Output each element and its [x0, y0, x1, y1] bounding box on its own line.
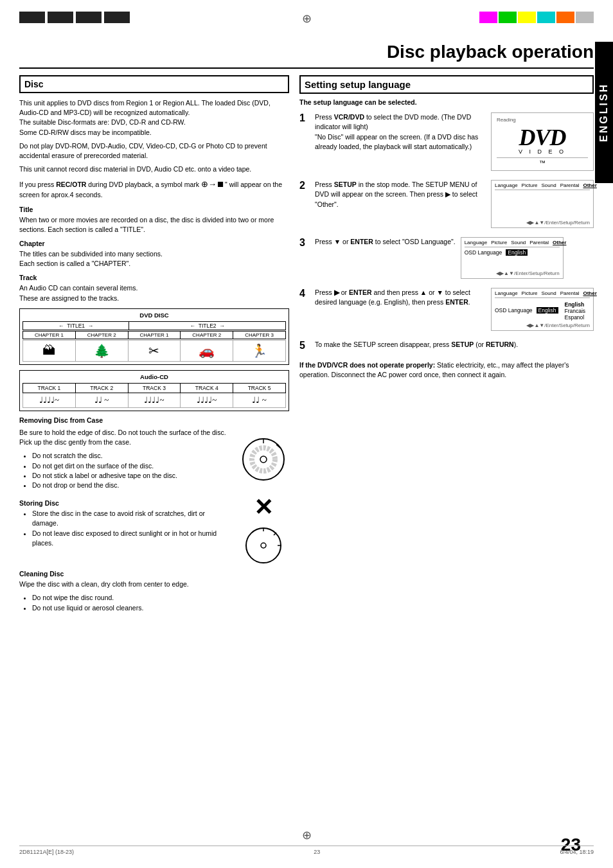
- menu-language-4: Language: [495, 290, 518, 296]
- page-title: Disc playback operation: [19, 42, 594, 69]
- step-2-num: 2: [299, 180, 310, 228]
- color-block-yellow: [518, 12, 536, 23]
- color-block-gray: [576, 12, 594, 23]
- nav-4: ◀▶▲▼/Enter/Setup/Return: [495, 323, 590, 328]
- setup-panel-2: Language Picture Sound Parental Other ◀▶…: [491, 180, 594, 228]
- right-column: Setting setup language The setup languag…: [299, 75, 594, 613]
- cleaning-bullet-1: Do not wipe the disc round.: [32, 593, 289, 603]
- note-2: ♩♩ ~: [76, 393, 129, 407]
- bullet-drop: Do not drop or bend the disc.: [32, 481, 233, 490]
- title-heading: Title: [19, 206, 289, 213]
- title2-label: TITLE2: [199, 323, 217, 329]
- two-col-layout: Disc This unit applies to DVD discs from…: [19, 75, 594, 613]
- osd-label-4: OSD Language: [495, 307, 533, 314]
- svg-point-5: [261, 543, 266, 548]
- removing-heading: Removing Disc from Case: [19, 416, 289, 424]
- disc-intro: This unit applies to DVD discs from Regi…: [19, 98, 289, 137]
- english-text: ENGLISH: [598, 83, 610, 142]
- nav-3: ◀▶▲▼/Enter/Setup/Return: [465, 270, 560, 276]
- left-column: Disc This unit applies to DVD discs from…: [19, 75, 289, 613]
- svg-point-1: [260, 456, 267, 463]
- menu-language-3: Language: [465, 240, 488, 245]
- disc-warning: Do not play DVD-ROM, DVD-Audio, CDV, Vid…: [19, 141, 289, 161]
- menu-other-2: Other: [583, 182, 596, 188]
- setup-panel-3: Language Picture Sound Parental Other OS…: [461, 237, 564, 279]
- step-3-text: Press ▼ or ENTER to select "OSD Language…: [315, 237, 456, 247]
- osd-row-3: OSD Language English: [465, 249, 560, 256]
- menu-parental-3: Parental: [529, 240, 549, 245]
- mark-box-1: [19, 12, 45, 23]
- disc-svg: [241, 437, 286, 482]
- osd-label-3: OSD Language: [465, 249, 502, 256]
- osd-row-4: OSD Language English English Francais Es…: [495, 300, 590, 321]
- color-block-green: [499, 12, 517, 23]
- lang-francais: Francais: [565, 308, 586, 314]
- english-sidebar-label: ENGLISH: [595, 42, 613, 183]
- top-registration-marks: [19, 12, 130, 23]
- footer-left: 2D81121A[E] (18-23): [19, 849, 74, 855]
- step-3-content: Press ▼ or ENTER to select "OSD Language…: [315, 237, 564, 279]
- track-1: TRACK 1: [23, 384, 76, 393]
- track-row: TRACK 1 TRACK 2 TRACK 3 TRACK 4 TRACK 5: [22, 383, 286, 393]
- menu-other-4: Other: [583, 290, 596, 296]
- color-block-magenta: [479, 12, 497, 23]
- step-4-body: Press ▶ or ENTER and then press ▲ or ▼ t…: [315, 288, 486, 331]
- step-3: 3 Press ▼ or ENTER to select "OSD Langua…: [299, 237, 594, 279]
- setup-menu-bar-3: Language Picture Sound Parental Other: [465, 240, 560, 247]
- step-5-body: To make the SETUP screen disappear, pres…: [315, 340, 594, 351]
- storing-section: Storing Disc Store the disc in the case …: [19, 494, 289, 565]
- menu-parental-4: Parental: [560, 290, 580, 296]
- footer-center: 23: [314, 849, 320, 855]
- menu-sound-2: Sound: [542, 182, 556, 188]
- footer-right: 6/4/04, 18:19: [560, 849, 594, 855]
- step-1-body: Press VCR/DVD to select the DVD mode. (T…: [315, 112, 486, 171]
- chapter-5: CHAPTER 3: [233, 332, 285, 339]
- menu-picture-3: Picture: [491, 240, 507, 245]
- step-5: 5 To make the SETUP screen disappear, pr…: [299, 340, 594, 351]
- nav-2: ◀▶▲▼/Enter/Setup/Return: [495, 220, 590, 226]
- step-1-text: Press VCR/DVD to select the DVD mode. (T…: [315, 112, 486, 152]
- step-4-panel: Language Picture Sound Parental Other OS…: [491, 288, 594, 331]
- storing-image: ✕: [238, 494, 289, 565]
- center-registration: ⊕: [302, 12, 312, 26]
- note-3: ♩♩♩♩~: [129, 393, 181, 407]
- disc-rec-note: If you press REC/OTR during DVD playback…: [19, 179, 289, 200]
- chapter-heading: Chapter: [19, 240, 289, 247]
- cross-mark: ✕: [254, 494, 273, 521]
- step-4-content: Press ▶ or ENTER and then press ▲ or ▼ t…: [315, 288, 594, 331]
- note-1: ♩♩♩♩~: [23, 393, 76, 407]
- menu-other-3: Other: [553, 240, 566, 245]
- storing-text: Storing Disc Store the disc in the case …: [19, 494, 233, 565]
- audio-cd-diagram: Audio-CD TRACK 1 TRACK 2 TRACK 3 TRACK 4…: [19, 370, 289, 411]
- step-2-panel: Language Picture Sound Parental Other ◀▶…: [491, 180, 594, 228]
- ch-img-4: 🚗: [181, 341, 233, 361]
- title-text: When two or more movies are recorded on …: [19, 215, 289, 235]
- cleaning-bullets: Do not wipe the disc round. Do not use l…: [24, 593, 289, 612]
- svg-point-2: [252, 448, 275, 471]
- track-notes: ♩♩♩♩~ ♩♩ ~ ♩♩♩♩~ ♩♩♩♩~ ♩♩ ~: [22, 393, 286, 408]
- step-5-num: 5: [299, 340, 310, 351]
- step-4: 4 Press ▶ or ENTER and then press ▲ or ▼…: [299, 288, 594, 331]
- if-not-operate: If the DVD/VCR does not operate properly…: [299, 360, 594, 380]
- chapter-4: CHAPTER 2: [181, 332, 233, 339]
- step-2-content: Press SETUP in the stop mode. The SETUP …: [315, 180, 594, 228]
- track-heading: Track: [19, 274, 289, 281]
- cleaning-heading: Cleaning Disc: [19, 570, 289, 578]
- cleaning-bullet-2: Do not use liquid or aerosol cleaners.: [32, 603, 289, 613]
- video-text: V I D E O: [497, 148, 588, 155]
- osd-value-4: English: [537, 307, 558, 314]
- chapter-2: CHAPTER 2: [76, 332, 129, 339]
- storing-bullet-1: Store the disc in the case to avoid risk…: [32, 509, 233, 528]
- bottom-registration: ⊕: [302, 828, 312, 842]
- setup-subtitle: The setup language can be selected.: [299, 98, 594, 107]
- menu-content-2: [495, 192, 590, 218]
- step-2-body: Press SETUP in the stop mode. The SETUP …: [315, 180, 486, 228]
- footer: 2D81121A[E] (18-23) 23 6/4/04, 18:19: [19, 846, 594, 855]
- step-5-text: To make the SETUP screen disappear, pres…: [315, 340, 594, 350]
- mark-box-4: [104, 12, 130, 23]
- removing-image: [238, 428, 289, 490]
- menu-parental-2: Parental: [560, 182, 580, 188]
- osd-value-3: English: [506, 249, 528, 256]
- step-1: 1 Press VCR/DVD to select the DVD mode. …: [299, 112, 594, 171]
- svg-point-0: [243, 439, 284, 480]
